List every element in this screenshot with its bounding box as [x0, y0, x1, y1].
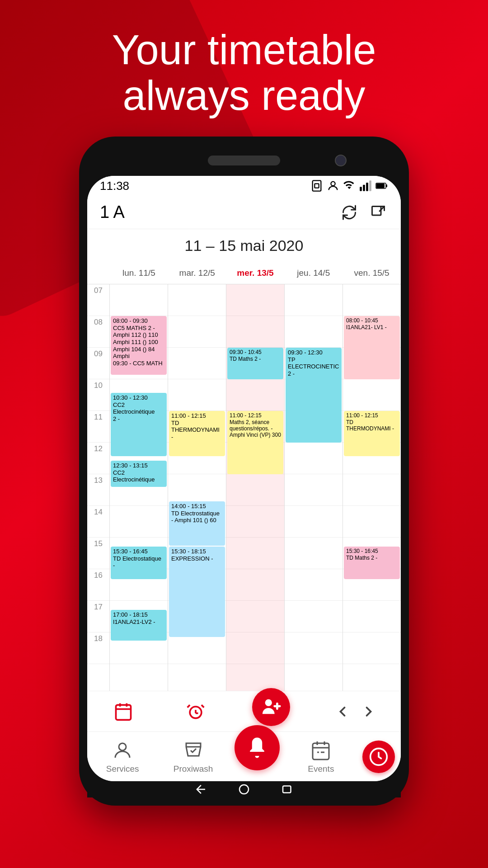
time-11: 11: [87, 411, 109, 443]
next-week-button[interactable]: [357, 700, 380, 723]
event-fri-3[interactable]: 15:30 - 16:45TD Maths 2 -: [344, 547, 400, 579]
status-time: 11:38: [100, 179, 129, 193]
time-18: 18: [87, 632, 109, 664]
event-mon-1[interactable]: 08:00 - 09:30CC5 MATHS 2 - Amphi 112 () …: [111, 316, 167, 375]
time-12: 12: [87, 443, 109, 474]
header-icons: [339, 203, 388, 222]
phone-camera: [335, 155, 347, 166]
svg-rect-9: [376, 184, 385, 188]
event-wed-2[interactable]: 11:00 - 12:15Maths 2, séance questions/r…: [227, 411, 283, 474]
android-back-button[interactable]: [192, 781, 209, 797]
events-icon: [310, 740, 332, 761]
svg-rect-34: [283, 786, 291, 793]
time-16: 16: [87, 569, 109, 601]
day-header-thu: jeu. 14/5: [284, 268, 343, 278]
day-headers: lun. 11/5 mar. 12/5 mer. 13/5 jeu. 14/5 …: [87, 262, 401, 284]
time-17: 17: [87, 601, 109, 632]
calendar-view-button[interactable]: [108, 696, 139, 727]
status-bar: 11:38: [87, 176, 401, 196]
day-col-wed: 09:30 - 10:45TD Maths 2 - 11:00 - 12:15M…: [226, 284, 285, 691]
chevron-left-icon: [334, 703, 351, 720]
event-wed-1[interactable]: 09:30 - 10:45TD Maths 2 -: [227, 348, 283, 379]
external-link-icon: [370, 204, 386, 221]
events-label: Events: [308, 764, 334, 774]
day-col-tue: 11:00 - 12:15TD THERMODYNAMI - 14:00 - 1…: [168, 284, 226, 691]
event-tue-2[interactable]: 14:00 - 15:15TD Electrostatique - Amphi …: [169, 501, 225, 546]
day-header-wed: mer. 13/5: [226, 268, 285, 278]
prev-week-button[interactable]: [331, 700, 354, 723]
days-grid: 08:00 - 09:30CC5 MATHS 2 - Amphi 112 () …: [110, 284, 401, 691]
event-mon-4[interactable]: 15:30 - 16:45TD Electrostatique -: [111, 547, 167, 579]
svg-rect-5: [366, 183, 368, 191]
day-col-mon: 08:00 - 09:30CC5 MATHS 2 - Amphi 112 () …: [110, 284, 168, 691]
phone-bottom-bar: [87, 781, 401, 797]
event-fri-2[interactable]: 11:00 - 12:15TD THERMODYNAMI -: [344, 411, 400, 456]
time-10: 10: [87, 379, 109, 411]
svg-rect-0: [313, 181, 321, 191]
profile-icon: [327, 179, 339, 192]
sim-icon: [310, 179, 323, 192]
back-icon: [194, 783, 207, 796]
chevron-right-icon: [361, 703, 377, 720]
day-header-tue: mar. 12/5: [168, 268, 226, 278]
add-person-button[interactable]: [252, 688, 290, 726]
grid-body: 07 08 09 10 11 12 13 14 15 16 17 18: [87, 284, 401, 691]
svg-rect-4: [363, 185, 365, 191]
alarm-button[interactable]: [180, 696, 211, 727]
nav-events[interactable]: Events: [291, 740, 350, 774]
app-header: 1 A: [87, 196, 401, 229]
android-recents-button[interactable]: [279, 781, 296, 797]
day-header-fri: ven. 15/5: [343, 268, 401, 278]
date-range-header: 11 – 15 mai 2020: [87, 229, 401, 262]
bottom-nav: Services Proxiwash Events: [87, 731, 401, 781]
phone-frame: 11:38 1 A: [79, 137, 409, 806]
event-tue-3[interactable]: 15:30 - 18:15EXPRESSION -: [169, 547, 225, 637]
refresh-button[interactable]: [339, 203, 359, 222]
phone-speaker: [208, 156, 280, 165]
time-15: 15: [87, 538, 109, 569]
nav-proxiwash[interactable]: Proxiwash: [164, 740, 223, 774]
nav-services[interactable]: Services: [93, 740, 152, 774]
event-thu-1[interactable]: 09:30 - 12:30TP ELECTROCINETIC 2 -: [286, 348, 342, 443]
app-title: 1 A: [100, 203, 125, 222]
battery-icon: [375, 179, 388, 192]
time-08: 08: [87, 316, 109, 348]
svg-rect-24: [313, 743, 329, 760]
svg-rect-8: [386, 184, 387, 187]
nav-clock[interactable]: [362, 741, 395, 773]
proxiwash-label: Proxiwash: [174, 764, 213, 774]
event-mon-5[interactable]: 17:00 - 18:15I1ANLA21-LV2 -: [111, 610, 167, 641]
nav-center-alert[interactable]: [235, 725, 280, 770]
day-header-mon: lun. 11/5: [110, 268, 168, 278]
time-07: 07: [87, 284, 109, 316]
svg-rect-3: [360, 187, 362, 191]
svg-point-20: [265, 699, 272, 706]
day-col-fri: 08:00 - 10:45I1ANLA21- LV1 - 11:00 - 12:…: [343, 284, 401, 691]
time-col: 07 08 09 10 11 12 13 14 15 16 17 18: [87, 284, 110, 691]
time-14: 14: [87, 506, 109, 538]
phone-notch: [87, 145, 401, 176]
services-label: Services: [106, 764, 139, 774]
recents-icon: [281, 783, 294, 796]
time-13: 13: [87, 474, 109, 506]
svg-point-33: [239, 785, 249, 794]
proxiwash-icon: [183, 740, 204, 761]
svg-rect-11: [116, 705, 131, 720]
services-icon: [112, 740, 133, 761]
event-tue-1[interactable]: 11:00 - 12:15TD THERMODYNAMI -: [169, 411, 225, 456]
time-09: 09: [87, 348, 109, 379]
person-add-icon: [261, 697, 282, 717]
svg-rect-6: [369, 181, 371, 191]
bottom-toolbar: [87, 691, 401, 731]
status-icons: [310, 179, 388, 192]
phone-screen: 11:38 1 A: [87, 176, 401, 781]
nav-arrows: [331, 700, 380, 723]
calendar-icon: [113, 702, 133, 722]
event-mon-3[interactable]: 12:30 - 13:15CC2 Electrocinétique: [111, 461, 167, 487]
app-background: Your timetable always ready 11:38: [0, 0, 488, 868]
event-fri-1[interactable]: 08:00 - 10:45I1ANLA21- LV1 -: [344, 316, 400, 379]
external-link-button[interactable]: [368, 203, 388, 222]
calendar-container: lun. 11/5 mar. 12/5 mer. 13/5 jeu. 14/5 …: [87, 262, 401, 691]
event-mon-2[interactable]: 10:30 - 12:30CC2Electrocinétique2 -: [111, 393, 167, 456]
android-home-button[interactable]: [236, 781, 252, 797]
